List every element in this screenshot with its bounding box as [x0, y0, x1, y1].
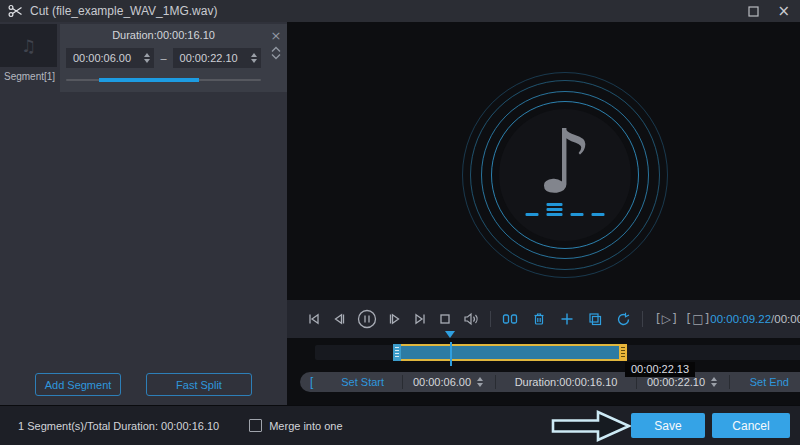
total-time: 00:00:33.13: [774, 313, 800, 325]
close-button[interactable]: ×: [777, 4, 790, 19]
trim-start-spinner[interactable]: [475, 377, 485, 387]
footer-bar: 1 Segment(s)/Total Duration: 00:00:16.10…: [0, 405, 800, 445]
open-bracket: [: [300, 375, 323, 389]
playback-controls: [▷] [□] 00:00:09.22/00:00:33.13: [287, 300, 800, 338]
merge-checkbox[interactable]: [249, 419, 262, 432]
segment-start-handle[interactable]: [393, 344, 401, 361]
playhead-line: [450, 342, 452, 366]
eq-stack: [546, 203, 562, 216]
set-start-button[interactable]: Set Start: [323, 376, 402, 388]
segment-label: Segment[1]: [0, 67, 60, 82]
spinner-up-icon[interactable]: [251, 53, 257, 57]
window-title: Cut (file_example_WAV_1MG.wav): [30, 4, 217, 18]
maximize-button[interactable]: [748, 6, 759, 17]
music-note-icon: ♪: [536, 118, 592, 206]
range-dash: –: [160, 52, 166, 64]
set-end-button[interactable]: Set End: [730, 376, 800, 388]
time-display: 00:00:09.22/00:00:33.13: [710, 313, 800, 325]
segment-end-value: 00:00:22.10: [180, 52, 249, 64]
add-segment-button[interactable]: Add Segment: [35, 373, 121, 396]
audio-artwork: ♪: [459, 69, 671, 281]
drag-time-tooltip: 00:00:22.13: [625, 362, 695, 377]
trim-end-input[interactable]: 00:00:22.10: [637, 376, 729, 388]
save-button[interactable]: Save: [631, 413, 705, 438]
preview-stage: ♪: [287, 22, 800, 405]
trim-end-spinner[interactable]: [709, 377, 719, 387]
timeline-track[interactable]: [315, 345, 800, 360]
trim-start-input[interactable]: 00:00:06.00: [403, 376, 495, 388]
video-preview: ♪: [287, 22, 800, 300]
eq-dash: [570, 213, 583, 216]
skip-start-icon[interactable]: [307, 312, 321, 326]
segment-thumbnail[interactable]: ♫: [0, 24, 57, 67]
trim-start-value: 00:00:06.00: [413, 376, 471, 388]
start-spinner[interactable]: [142, 53, 152, 63]
scissors-icon: [8, 4, 23, 18]
range-fill: [99, 78, 198, 82]
split-icon[interactable]: [502, 312, 518, 326]
trim-bar: [ Set Start 00:00:06.00 Duration:00:00:1…: [300, 372, 800, 392]
dialog-body: ♫ Segment[1] Duration:00:00:16.10 00:00:…: [0, 22, 800, 405]
expand-segment-icon[interactable]: [270, 46, 282, 60]
trim-duration-label: Duration:00:00:16.10: [496, 376, 636, 388]
spinner-down-icon[interactable]: [251, 59, 257, 63]
merge-label: Merge into one: [269, 420, 342, 432]
segment-range-bar: [66, 78, 261, 82]
add-icon[interactable]: [560, 312, 574, 326]
annotation-arrow-icon: [550, 408, 634, 444]
divider: [490, 311, 491, 327]
playhead[interactable]: [445, 338, 456, 368]
segment-start-input[interactable]: 00:00:06.00: [66, 48, 154, 68]
stop-icon[interactable]: [438, 312, 452, 326]
spinner-up-icon[interactable]: [144, 53, 150, 57]
fast-split-button[interactable]: Fast Split: [146, 373, 252, 396]
music-note-thumb-icon: ♫: [21, 36, 36, 56]
segment-end-handle[interactable]: [619, 344, 627, 361]
segments-summary: 1 Segment(s)/Total Duration: 00:00:16.10: [18, 420, 219, 432]
stop-segment-icon[interactable]: [□]: [687, 312, 711, 326]
copy-icon[interactable]: [588, 312, 602, 326]
segment-item: ♫ Segment[1] Duration:00:00:16.10 00:00:…: [0, 24, 287, 114]
delete-segment-icon[interactable]: [532, 312, 546, 326]
current-time: 00:00:09.22: [710, 313, 771, 325]
cancel-button[interactable]: Cancel: [712, 413, 790, 438]
frame-back-icon[interactable]: [332, 312, 346, 326]
divider: [642, 311, 643, 327]
segment-list-panel: ♫ Segment[1] Duration:00:00:16.10 00:00:…: [0, 22, 287, 405]
eq-dash: [525, 213, 538, 216]
spinner-down-icon[interactable]: [144, 59, 150, 63]
trim-end-value: 00:00:22.10: [647, 376, 705, 388]
segment-editor: Duration:00:00:16.10 00:00:06.00 – 00:00…: [60, 24, 287, 92]
segment-end-input[interactable]: 00:00:22.10: [173, 48, 261, 68]
remove-segment-icon[interactable]: ×: [271, 29, 282, 42]
end-spinner[interactable]: [249, 53, 259, 63]
eq-dash: [591, 213, 604, 216]
title-bar: Cut (file_example_WAV_1MG.wav) ×: [0, 0, 800, 22]
segment-duration-label: Duration:00:00:16.10: [60, 29, 287, 41]
play-segment-icon[interactable]: [▷]: [656, 312, 678, 326]
equalizer-icon: [525, 203, 604, 216]
frame-forward-icon[interactable]: [388, 312, 402, 326]
skip-end-icon[interactable]: [413, 312, 427, 326]
segment-start-value: 00:00:06.00: [73, 52, 142, 64]
pause-button[interactable]: [357, 309, 377, 329]
cut-dialog: Cut (file_example_WAV_1MG.wav) × ♫ Segme…: [0, 0, 800, 445]
volume-icon[interactable]: [463, 312, 479, 326]
timeline-segment[interactable]: [393, 344, 627, 361]
timeline-zone: 00:00:22.13 [ Set Start 00:00:06.00 Dura…: [287, 338, 800, 405]
reset-icon[interactable]: [616, 312, 631, 327]
